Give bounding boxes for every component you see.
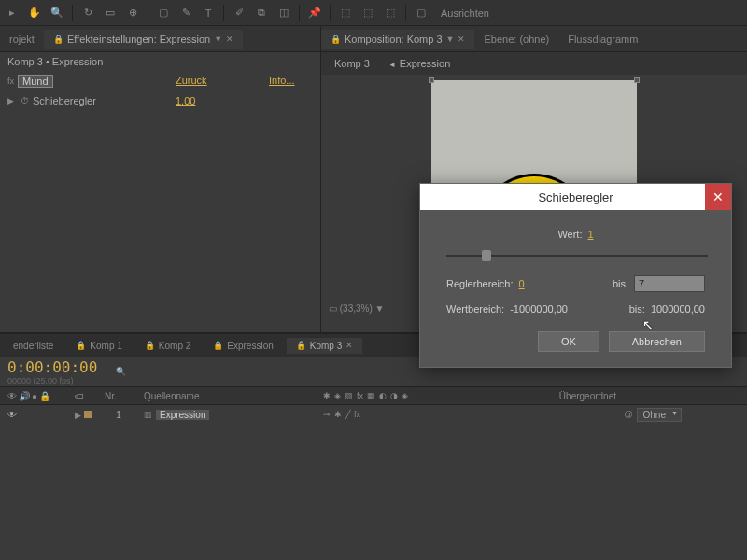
clone-tool-icon[interactable]: ⧉ [254,6,269,21]
local-axis-icon[interactable]: ⬚ [338,6,353,21]
expression-tab[interactable]: 🔒Expression [204,338,282,354]
parent-dropdown[interactable]: Ohne [637,408,682,422]
comp-nav-2[interactable]: Expression [383,56,456,71]
anchor-tool-icon[interactable]: ⊕ [125,6,140,21]
comp-nav-1[interactable]: Komp 3 [329,56,375,71]
selection-tool-icon[interactable]: ▸ [5,6,20,21]
project-tab[interactable]: rojekt [0,30,44,49]
adjustment-icon[interactable]: ◑ [390,391,398,400]
audio-col-icon: 🔊 [19,391,30,401]
handle-top-left-icon[interactable] [429,77,434,83]
fx-icon[interactable]: fx [7,77,14,86]
close-button[interactable]: ✕ [705,184,731,210]
quality-icon[interactable]: ▧ [345,391,353,400]
pickwhip-icon[interactable]: @ [624,410,632,419]
rotate-tool-icon[interactable]: ↻ [80,6,95,21]
layer-name[interactable]: Expression [156,410,209,420]
wert-label: Wert: [557,229,582,240]
ok-button[interactable]: OK [538,331,599,352]
video-col-icon: 👁 [7,391,17,401]
layer-number: 1 [105,410,133,420]
slider-thumb-icon[interactable] [482,250,491,261]
mode-icon[interactable]: ◈ [334,391,341,400]
align-label: Ausrichten [441,7,489,19]
pen-tool-icon[interactable]: ✎ [178,6,193,21]
fx-col-icon[interactable]: fx [357,391,363,400]
text-tool-icon[interactable]: T [201,6,216,21]
wertbereich-max: 1000000,00 [651,303,705,315]
brush-tool-icon[interactable]: ✐ [232,6,247,21]
comp-layer-icon: ▥ [144,410,152,419]
timecode-sub: 00000 (25.00 fps) [7,376,97,385]
label-color-icon[interactable] [84,411,92,418]
nr-header: Nr. [105,391,133,401]
bis-label-1: bis: [613,278,628,289]
main-toolbar: ▸ ✋ 🔍 ↻ ▭ ⊕ ▢ ✎ T ✐ ⧉ ◫ 📌 ⬚ ⬚ ⬚ ▢ Ausric… [0,0,747,26]
reglerbereich-value[interactable]: 0 [519,278,525,289]
cancel-button[interactable]: Abbrechen [609,331,705,352]
dialog-title-text: Schieberegler [538,190,613,204]
effect-name-box[interactable]: Mund [18,75,53,88]
world-axis-icon[interactable]: ⬚ [360,6,375,21]
bis-input[interactable] [634,275,705,292]
fx-switch-icon[interactable]: fx [354,410,360,419]
3d-icon[interactable]: ◈ [402,391,408,400]
hand-tool-icon[interactable]: ✋ [27,6,42,21]
slider-dialog: Schieberegler ✕ Wert: 1 Reglerbereich: 0… [419,183,732,368]
table-row[interactable]: 👁 ▶ 1 ▥Expression ⊸ ✱ ╱ fx @ Ohne [0,405,747,424]
current-timecode[interactable]: 0:00:00:00 [7,358,97,376]
visibility-toggle-icon[interactable]: 👁 [7,410,17,420]
effect-settings-tab[interactable]: 🔒 Effekteinstellungen: Expression ▼✕ [44,30,243,49]
handle-top-right-icon[interactable] [634,77,640,83]
parent-header: Übergeordnet [559,391,616,401]
switches-icon[interactable]: ✱ [323,391,331,400]
effect-breadcrumb: Komp 3 • Expression [0,52,320,71]
twirl-icon[interactable]: ▶ [7,96,14,105]
dialog-titlebar[interactable]: Schieberegler ✕ [420,184,731,210]
wertbereich-label: Wertbereich: [446,303,504,315]
solo-col-icon: ● [32,391,37,401]
lock-icon: 🔒 [331,35,341,44]
snap-icon[interactable]: ▢ [414,6,429,21]
zoom-tool-icon[interactable]: 🔍 [49,6,64,21]
frame-blend-icon[interactable]: ▦ [367,391,375,400]
puppet-tool-icon[interactable]: 📌 [307,6,322,21]
quality-switch-icon[interactable]: ╱ [345,410,350,419]
effect-info-link[interactable]: Info... [269,75,295,88]
lock-col-icon: 🔒 [39,391,50,401]
source-header[interactable]: Quellenname [144,391,312,401]
komp3-tab[interactable]: 🔒Komp 3 ✕ [287,338,362,354]
komp2-tab[interactable]: 🔒Komp 2 [135,338,200,354]
collapse-icon[interactable]: ✱ [334,410,342,419]
reglerbereich-label: Reglerbereich: [446,278,514,289]
wertbereich-min: -1000000,00 [510,303,568,315]
shy-icon[interactable]: ⊸ [323,410,331,419]
slider-param-label: Schieberegler [33,95,96,106]
lock-icon: 🔒 [53,35,63,44]
eraser-tool-icon[interactable]: ◫ [276,6,291,21]
flowchart-tab[interactable]: Flussdiagramm [558,30,647,49]
slider-track[interactable] [446,255,708,257]
effect-reset-link[interactable]: Zurück [176,75,269,88]
layer-twirl-icon[interactable]: ▶ [75,411,81,420]
slider-value[interactable]: 1,00 [176,95,195,106]
view-axis-icon[interactable]: ⬚ [383,6,398,21]
bis-label-2: bis: [629,303,645,315]
effect-controls-panel: rojekt 🔒 Effekteinstellungen: Expression… [0,26,321,332]
label-col-icon: 🏷 [75,391,84,401]
layer-tab[interactable]: Ebene: (ohne) [474,30,558,49]
wert-value[interactable]: 1 [587,229,593,240]
shape-tool-icon[interactable]: ▢ [156,6,171,21]
komp1-tab[interactable]: 🔒Komp 1 [66,338,131,354]
search-icon[interactable]: 🔍 [116,367,126,376]
composition-tab[interactable]: 🔒 Komposition: Komp 3 ▼✕ [321,30,474,49]
stopwatch-icon[interactable]: ⏱ [21,96,29,105]
zoom-status[interactable]: ▭ (33,3%) ▼ [329,303,384,314]
camera-tool-icon[interactable]: ▭ [103,6,118,21]
render-queue-tab[interactable]: enderliste [4,338,63,354]
motion-blur-icon[interactable]: ◐ [379,391,387,400]
